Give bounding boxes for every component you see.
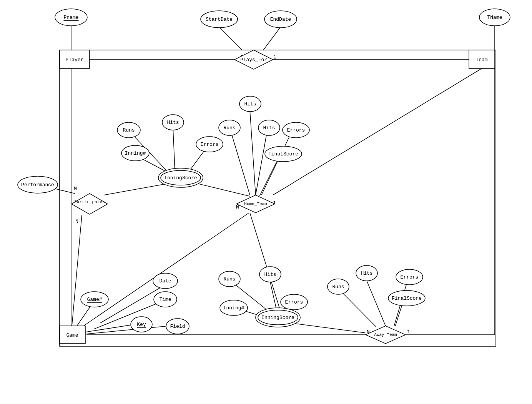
finalscore-upper-label: FinalScore <box>268 151 298 157</box>
runs-away-line <box>338 289 376 327</box>
participates-label: Participates <box>74 200 105 204</box>
plays-for-label: Plays_For <box>240 57 267 63</box>
hits-top-hometeam <box>250 110 256 195</box>
errors-upper-label: Errors <box>201 142 219 147</box>
participates-m-label: M <box>74 186 77 192</box>
runs-mid-label: Runs <box>223 125 235 131</box>
plays-for-1-label: 1 <box>273 54 276 60</box>
participates-n-label: N <box>75 219 78 224</box>
pname-label: Pname <box>63 15 78 20</box>
performance-label: Performance <box>21 182 54 188</box>
field-label: Field <box>170 324 185 329</box>
tname-label: TName <box>487 15 502 20</box>
participates-inningscore-line <box>104 183 172 195</box>
inning-lower-label: Inning# <box>223 305 244 311</box>
hits-upperleft-line <box>173 127 175 171</box>
game-participates-line <box>71 215 82 335</box>
runs-lower-label: Runs <box>223 276 235 282</box>
inningscore-lower-awayteam <box>292 323 365 333</box>
errors-right-label: Errors <box>287 127 305 133</box>
inningscore-lower-label: InningScore <box>261 315 294 321</box>
player-label: Player <box>66 57 84 63</box>
enddate-label: EndDate <box>270 17 291 22</box>
er-diagram: N 1 M N N 1 N 1 Player Team Game Plays_F… <box>0 0 532 404</box>
startdate-line <box>219 27 242 50</box>
hits-top-label: Hits <box>244 101 256 107</box>
game-hash-label: Game# <box>87 297 102 302</box>
enddate-line <box>263 27 281 50</box>
hometeam-inningscore-upper <box>194 183 250 196</box>
hits-inner-hometeam <box>256 131 267 195</box>
runs-mid-hometeam <box>231 131 250 195</box>
inningscore-upper-label: InningScore <box>164 175 197 181</box>
home-team-label: Home_Team <box>244 202 267 206</box>
key-label: Key <box>137 322 146 327</box>
startdate-label: StartDate <box>206 17 233 22</box>
game-label: Game <box>66 332 78 338</box>
time-label: Time <box>159 297 171 302</box>
runs-away-label: Runs <box>332 284 344 290</box>
inning-upper-label: Inning# <box>125 150 146 156</box>
away-team-label: Away_Team <box>374 332 397 337</box>
hits-away-label: Hits <box>361 270 372 276</box>
errors-lower-label: Errors <box>285 299 303 305</box>
errors-away-label: Errors <box>401 274 419 280</box>
errors-right-hometeam <box>261 131 292 195</box>
hometeam-inningscore-lower <box>250 213 281 312</box>
finalscore-away-label: FinalScore <box>392 295 422 301</box>
awayteam-1-label: 1 <box>407 329 410 335</box>
team-label: Team <box>475 57 487 63</box>
runs-upper-label: Runs <box>123 127 135 133</box>
hits-upperleft-label: Hits <box>167 120 179 125</box>
hits-lower-label: Hits <box>264 272 276 277</box>
date-label: Date <box>159 278 171 284</box>
hits-inner-label: Hits <box>263 125 275 131</box>
